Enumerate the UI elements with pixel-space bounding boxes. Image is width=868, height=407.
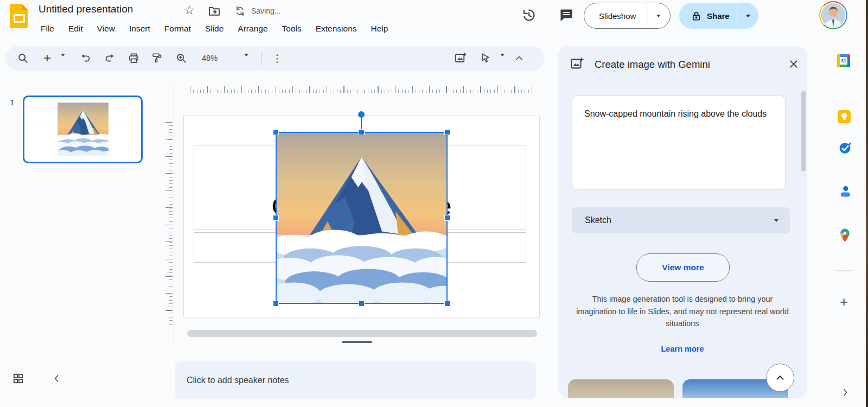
menu-extensions[interactable]: Extensions — [309, 22, 364, 35]
close-panel-icon[interactable] — [788, 58, 800, 70]
style-select-caret-icon — [774, 219, 778, 222]
rotation-handle[interactable] — [358, 111, 365, 118]
version-history-icon[interactable] — [521, 8, 536, 23]
speaker-notes-placeholder: Click to add speaker notes — [175, 376, 289, 385]
avatar[interactable] — [819, 1, 847, 29]
menu-edit[interactable]: Edit — [61, 22, 90, 35]
menu-view[interactable]: View — [90, 22, 122, 35]
share-label: Share — [702, 11, 737, 21]
resize-handle-n[interactable] — [359, 129, 365, 135]
zoom-dropdown[interactable] — [244, 56, 248, 66]
window-edge-strip — [866, 0, 868, 407]
collapse-toolbar-icon[interactable] — [514, 53, 525, 63]
slideshow-label: Slideshow — [584, 11, 647, 21]
resize-handle-s[interactable] — [359, 301, 365, 307]
share-dropdown[interactable] — [738, 15, 758, 17]
collapse-filmstrip-icon[interactable] — [52, 373, 62, 384]
slide-number: 1 — [10, 98, 14, 107]
menu-file[interactable]: File — [34, 22, 61, 35]
gemini-side-panel: Create image with Gemini Snow-capped mou… — [558, 46, 807, 398]
menu-insert[interactable]: Insert — [122, 22, 157, 35]
panel-title: Create image with Gemini — [595, 59, 710, 71]
sync-status-icon — [234, 5, 246, 17]
vertical-ruler — [165, 122, 173, 326]
star-icon[interactable]: ☆ — [184, 3, 195, 17]
menu-tools[interactable]: Tools — [275, 22, 309, 35]
menu-slide[interactable]: Slide — [198, 22, 231, 35]
saving-status: Saving... — [251, 7, 280, 15]
horizontal-ruler — [190, 86, 534, 93]
style-select[interactable]: Sketch — [572, 207, 790, 233]
zoom-in-icon[interactable] — [172, 49, 190, 67]
redo-icon[interactable] — [100, 49, 119, 67]
toolbar-divider — [74, 51, 74, 65]
scroll-to-top-button[interactable] — [766, 364, 794, 392]
document-title[interactable]: Untitled presentation — [39, 3, 133, 15]
menu-help[interactable]: Help — [364, 22, 395, 35]
menubar: File Edit View Insert Format Slide Arran… — [34, 21, 395, 36]
undo-icon[interactable] — [76, 49, 95, 67]
selected-image[interactable] — [276, 132, 448, 304]
google-maps-icon[interactable] — [839, 228, 851, 243]
resize-handle-nw[interactable] — [273, 129, 279, 135]
new-slide-dropdown[interactable] — [61, 56, 65, 66]
style-select-value: Sketch — [572, 215, 611, 225]
resize-handle-ne[interactable] — [444, 129, 450, 135]
mountain-image — [277, 133, 446, 303]
google-tasks-icon[interactable] — [838, 141, 852, 155]
google-slides-app: Untitled presentation ☆ Saving... File E… — [0, 0, 868, 407]
slideshow-dropdown[interactable] — [647, 15, 670, 17]
window-bottom-strip — [0, 402, 866, 407]
search-menus-icon[interactable] — [14, 49, 32, 67]
print-icon[interactable] — [124, 49, 143, 67]
slide-thumbnail-image — [58, 103, 108, 156]
prompt-input[interactable]: Snow-capped mountain rising above the cl… — [572, 96, 786, 190]
lock-icon — [679, 10, 702, 22]
learn-more-link[interactable]: Learn more — [558, 345, 807, 353]
slides-logo-icon — [10, 4, 28, 28]
resize-handle-e[interactable] — [444, 215, 450, 221]
google-calendar-icon[interactable]: 31 — [837, 54, 850, 67]
disclaimer-text: This image generation tool is designed t… — [574, 293, 791, 330]
select-tool-dropdown[interactable] — [500, 56, 505, 66]
grid-view-icon[interactable] — [12, 372, 24, 385]
resize-handle-se[interactable] — [444, 301, 450, 307]
google-contacts-icon[interactable] — [838, 185, 852, 198]
slide-thumbnail[interactable] — [23, 96, 143, 163]
view-more-button[interactable]: View more — [636, 253, 730, 282]
more-options-kebab[interactable]: ⋮ — [268, 49, 286, 67]
move-to-folder-icon[interactable] — [208, 5, 221, 18]
paint-format-icon[interactable] — [148, 49, 166, 67]
resize-handle-sw[interactable] — [273, 301, 279, 307]
resize-handle-w[interactable] — [273, 215, 279, 221]
menu-format[interactable]: Format — [157, 22, 198, 35]
select-tool-icon[interactable] — [476, 49, 495, 67]
get-add-ons-icon[interactable]: + — [840, 296, 848, 308]
speaker-notes-box[interactable]: Click to add speaker notes — [175, 361, 536, 399]
hide-side-panel-icon[interactable] — [840, 387, 850, 397]
new-slide-button[interactable]: + — [38, 49, 56, 67]
zoom-level[interactable]: 48% — [202, 54, 218, 62]
comment-icon[interactable] — [559, 8, 573, 22]
panel-scrollbar[interactable] — [801, 91, 806, 171]
toolbar-divider-2 — [261, 51, 261, 65]
google-keep-icon[interactable] — [838, 110, 851, 123]
sidebar-divider — [837, 270, 852, 271]
create-image-toolbar-icon[interactable] — [451, 49, 470, 67]
notes-resize-handle[interactable] — [342, 341, 372, 343]
create-image-panel-icon — [570, 56, 584, 71]
generated-thumbnail-1[interactable] — [568, 379, 674, 398]
filmstrip-canvas-divider — [174, 81, 174, 347]
share-button[interactable]: Share — [679, 3, 758, 29]
menu-arrange[interactable]: Arrange — [231, 22, 275, 35]
slideshow-button[interactable]: Slideshow — [584, 3, 671, 29]
horizontal-scrollbar[interactable] — [187, 330, 537, 337]
